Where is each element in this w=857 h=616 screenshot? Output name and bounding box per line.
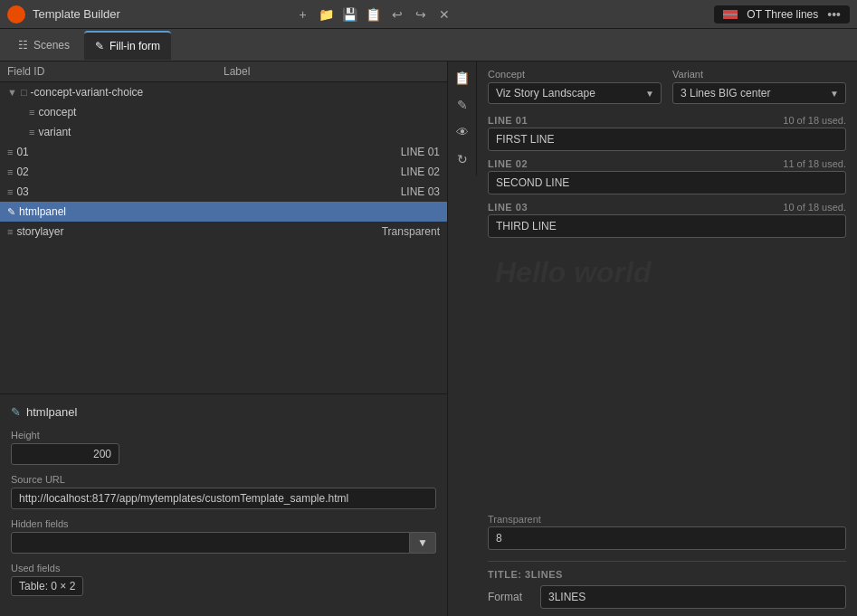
export-button[interactable]: 📋 — [365, 5, 383, 24]
tree-row-label: -concept-variant-choice — [31, 86, 440, 99]
htmlpanel-icon: ✎ — [7, 206, 15, 218]
line03-input[interactable] — [488, 214, 846, 238]
variant-group: Variant 3 Lines BIG center — [672, 69, 846, 104]
variant-select[interactable]: 3 Lines BIG center — [672, 82, 846, 104]
line03-label: LINE 03 — [488, 202, 528, 213]
concept-select-wrap: Viz Story Landscape — [488, 82, 662, 104]
tab-fill-in-form[interactable]: ✎ Fill-in form — [84, 31, 171, 60]
folder-icon: □ — [21, 87, 27, 98]
field-icon: ≡ — [7, 226, 13, 237]
tree-expand-icon: ▼ — [7, 87, 17, 98]
tree-row-value: LINE 01 — [401, 146, 440, 158]
tree-row-concept[interactable]: ≡ concept — [0, 102, 447, 122]
tree-row-02[interactable]: ≡ 02 LINE 02 — [0, 162, 447, 182]
main-layout: Field ID Label ▼ □ -concept-variant-choi… — [0, 62, 857, 616]
height-input[interactable] — [11, 443, 119, 465]
field-icon: ≡ — [29, 107, 34, 118]
window-more-button[interactable]: ••• — [827, 7, 841, 22]
line03-count: 10 of 18 used. — [783, 202, 846, 213]
tree-row-label: variant — [38, 126, 440, 138]
side-icon-refresh[interactable]: ↻ — [450, 147, 475, 172]
line02-count: 11 of 18 used. — [783, 158, 846, 169]
tree-row-label: htmlpanel — [19, 205, 440, 218]
line03-group: LINE 03 10 of 18 used. — [488, 202, 846, 238]
concept-group: Concept Viz Story Landscape — [488, 69, 662, 104]
field-icon: ≡ — [7, 186, 13, 197]
tree-row-concept-variant-choice[interactable]: ▼ □ -concept-variant-choice — [0, 82, 447, 102]
used-fields-group: Used fields Table: 0 × 2 — [11, 563, 436, 596]
field-icon: ≡ — [7, 147, 13, 157]
window-title-bar: OT Three lines ••• — [714, 5, 850, 24]
details-title: ✎ htmlpanel — [11, 405, 436, 419]
col-field-id: Field ID — [7, 65, 224, 78]
hidden-fields-row: ▼ — [11, 532, 436, 554]
open-folder-button[interactable]: 📁 — [318, 5, 336, 24]
transparent-label: Transparent — [488, 514, 846, 525]
col-label: Label — [224, 65, 440, 78]
tree-row-storylayer[interactable]: ≡ storylayer Transparent — [0, 222, 447, 242]
details-title-text: htmlpanel — [26, 405, 77, 419]
line02-group: LINE 02 11 of 18 used. — [488, 158, 846, 194]
fill-in-form-icon: ✎ — [95, 40, 104, 52]
redo-button[interactable]: ↪ — [412, 5, 430, 24]
tree-row-value: LINE 02 — [401, 166, 440, 178]
line02-header: LINE 02 11 of 18 used. — [488, 158, 846, 169]
tree-row-variant[interactable]: ≡ variant — [0, 122, 447, 142]
details-panel: ✎ htmlpanel Height Source URL Hidden fie… — [0, 393, 447, 616]
tree-row-htmlpanel[interactable]: ✎ htmlpanel — [0, 202, 447, 222]
preview-area: Hello world — [488, 245, 846, 514]
side-icon-edit[interactable]: ✎ — [450, 92, 475, 118]
scenes-tab-label: Scenes — [33, 39, 70, 52]
line01-label: LINE 01 — [488, 115, 528, 126]
source-url-input[interactable] — [11, 488, 436, 509]
left-panel: Field ID Label ▼ □ -concept-variant-choi… — [0, 62, 448, 616]
tree-area: ▼ □ -concept-variant-choice ≡ concept ≡ … — [0, 82, 447, 393]
concept-select[interactable]: Viz Story Landscape — [488, 82, 662, 104]
tree-row-01[interactable]: ≡ 01 LINE 01 — [0, 142, 447, 162]
line01-count: 10 of 18 used. — [783, 115, 846, 126]
window-title-icon — [723, 10, 738, 19]
side-icon-preview[interactable]: 👁 — [450, 119, 475, 145]
side-icons-panel: 📋 ✎ 👁 ↻ — [448, 62, 477, 175]
preview-text: Hello world — [495, 256, 651, 289]
hidden-fields-dropdown-button[interactable]: ▼ — [410, 532, 436, 554]
height-field-group: Height — [11, 430, 436, 465]
tab-scenes[interactable]: ☷ Scenes — [7, 31, 81, 60]
title-section-header: TITLE: 3LINES — [488, 569, 846, 580]
title-actions: + 📁 💾 📋 ↩ ↪ ✕ — [294, 5, 453, 24]
line02-input[interactable] — [488, 171, 846, 194]
transparent-row: Transparent — [488, 514, 846, 550]
hidden-fields-label: Hidden fields — [11, 518, 436, 529]
tree-row-value: LINE 03 — [401, 185, 440, 198]
hidden-fields-input[interactable] — [11, 532, 410, 554]
field-icon: ≡ — [29, 127, 34, 137]
tree-row-label: 03 — [16, 185, 400, 198]
tree-row-value: Transparent — [382, 225, 440, 238]
variant-label: Variant — [672, 69, 846, 80]
right-panel: Concept Viz Story Landscape Variant 3 Li… — [448, 62, 857, 616]
title-section: TITLE: 3LINES Format — [488, 561, 846, 609]
variant-select-wrap: 3 Lines BIG center — [672, 82, 846, 104]
format-label: Format — [488, 591, 533, 603]
undo-button[interactable]: ↩ — [388, 5, 406, 24]
line03-header: LINE 03 10 of 18 used. — [488, 202, 846, 213]
add-button[interactable]: + — [294, 5, 312, 24]
tree-row-label: 01 — [16, 146, 400, 158]
line01-input[interactable] — [488, 128, 846, 151]
used-fields-badge: Table: 0 × 2 — [11, 576, 83, 596]
save-button[interactable]: 💾 — [341, 5, 359, 24]
close-window-button[interactable]: ✕ — [435, 5, 453, 24]
fill-in-form-tab-label: Fill-in form — [110, 40, 160, 52]
concept-variant-row: Concept Viz Story Landscape Variant 3 Li… — [488, 69, 846, 104]
source-url-label: Source URL — [11, 474, 436, 485]
hidden-fields-group: Hidden fields ▼ — [11, 518, 436, 554]
transparent-input[interactable] — [488, 526, 846, 550]
tree-row-03[interactable]: ≡ 03 LINE 03 — [0, 182, 447, 202]
window-title-text: OT Three lines — [747, 8, 818, 21]
format-input[interactable] — [540, 585, 846, 609]
tree-row-label: concept — [38, 106, 440, 118]
tree-header: Field ID Label — [0, 62, 447, 82]
titlebar: Template Builder + 📁 💾 📋 ↩ ↪ ✕ OT Three … — [0, 0, 857, 29]
height-label: Height — [11, 430, 436, 441]
side-icon-clipboard[interactable]: 📋 — [450, 65, 475, 90]
